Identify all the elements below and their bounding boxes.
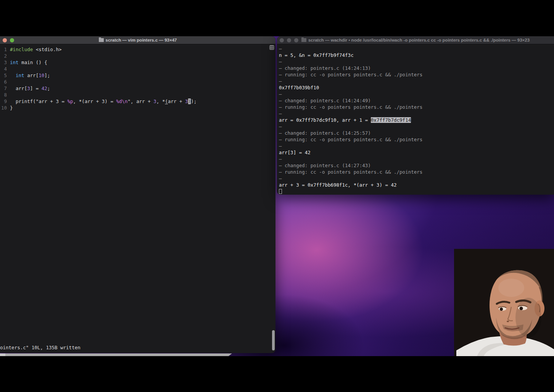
terminal-line: –: [279, 156, 554, 162]
line-number: 1: [0, 46, 10, 53]
code-text: [10, 53, 13, 59]
code-line: 3int main () {: [0, 59, 275, 66]
line-number: 8: [0, 92, 10, 98]
webcam-overlay: [454, 249, 554, 356]
scrollbar-marker-icon: [269, 45, 274, 50]
line-number: 9: [0, 98, 10, 105]
code-text: [10, 66, 13, 72]
terminal-line: – changed: pointers.c (14:25:57): [279, 130, 554, 136]
terminal-line: – running: cc -o pointers pointers.c && …: [279, 71, 554, 78]
watch-terminal-window: scratch — wachdir • node /usr/local/bin/…: [277, 36, 554, 195]
terminal-line: – running: cc -o pointers pointers.c && …: [279, 104, 554, 110]
line-number: 2: [0, 53, 10, 59]
letterbox-top: [0, 0, 554, 36]
selected-text: 0x7ff7b7dc9f14: [371, 117, 411, 123]
vim-window-titlebar[interactable]: scratch — vim pointers.c — 93×47: [0, 36, 275, 44]
line-number: 5: [0, 72, 10, 79]
line-number: 4: [0, 66, 10, 72]
line-number: 3: [0, 59, 10, 66]
vim-status-line: ointers.c" 10L, 135B written: [0, 344, 81, 351]
close-button[interactable]: [3, 38, 7, 42]
vim-editor-area[interactable]: 1#include <stdio.h>2 3int main () {4 5 i…: [0, 44, 275, 111]
line-number: 7: [0, 85, 10, 92]
watch-terminal-titlebar[interactable]: scratch — wachdir • node /usr/local/bin/…: [277, 36, 554, 44]
code-line: 9 printf("arr + 3 = %p, *(arr + 3) = %d\…: [0, 98, 275, 105]
code-line: 6: [0, 79, 275, 85]
code-line: 2: [0, 53, 275, 59]
code-text: [10, 79, 13, 85]
terminal-line: – changed: pointers.c (14:24:49): [279, 97, 554, 104]
code-text: #include <stdio.h>: [10, 46, 61, 53]
terminal-line: n = 5, &n = 0x7ff7b9f74f3c: [279, 52, 554, 58]
traffic-lights-inactive: [280, 36, 298, 44]
terminal-line: –: [279, 45, 554, 52]
terminal-line: –: [279, 175, 554, 182]
terminal-line: –: [279, 143, 554, 149]
terminal-line: arr[3] = 42: [279, 149, 554, 156]
code-text: }: [10, 105, 13, 111]
terminal-line: – changed: pointers.c (14:24:13): [279, 65, 554, 71]
terminal-line: –: [279, 78, 554, 84]
code-line: 10}: [0, 105, 275, 111]
folder-proxy-icon[interactable]: [301, 38, 306, 42]
terminal-line: 0x7ff7b039bf10: [279, 84, 554, 91]
folder-proxy-icon[interactable]: [99, 38, 104, 42]
watch-terminal-title: scratch — wachdir • node /usr/local/bin/…: [308, 38, 530, 42]
minimize-button[interactable]: [287, 38, 291, 42]
terminal-line: arr = 0x7ff7b7dc9f10, arr + 1 = 0x7ff7b7…: [279, 117, 554, 123]
letterbox-bottom: [0, 356, 554, 392]
line-number: 6: [0, 79, 10, 85]
code-line: 1#include <stdio.h>: [0, 46, 275, 53]
terminal-line: –: [279, 110, 554, 117]
code-line: 8: [0, 92, 275, 98]
code-text: printf("arr + 3 = %p, *(arr + 3) = %d\n"…: [10, 98, 196, 105]
scrollbar-thumb[interactable]: [272, 330, 275, 350]
terminal-line: [279, 188, 554, 195]
terminal-line: arr + 3 = 0x7ff7bb698f1c, *(arr + 3) = 4…: [279, 182, 554, 188]
terminal-line: – running: cc -o pointers pointers.c && …: [279, 169, 554, 175]
line-number: 10: [0, 105, 10, 111]
code-text: [10, 92, 13, 98]
terminal-output-area[interactable]: –n = 5, &n = 0x7ff7b9f74f3c–– changed: p…: [277, 44, 554, 195]
code-line: 7 arr[3] = 42;: [0, 85, 275, 92]
code-text: arr[3] = 42;: [10, 85, 50, 92]
vim-window: scratch — vim pointers.c — 93×47 1#inclu…: [0, 36, 275, 353]
terminal-line: – changed: pointers.c (14:27:43): [279, 162, 554, 169]
terminal-line: –: [279, 123, 554, 130]
terminal-hollow-cursor: [279, 189, 282, 194]
code-line: 4: [0, 66, 275, 72]
close-button[interactable]: [280, 38, 284, 42]
traffic-lights: [3, 36, 14, 44]
zoom-button[interactable]: [10, 38, 14, 42]
vim-window-title: scratch — vim pointers.c — 93×47: [106, 38, 177, 42]
zoom-button[interactable]: [294, 38, 298, 42]
terminal-line: –: [279, 91, 554, 97]
code-text: int main () {: [10, 59, 47, 66]
code-line: 5 int arr[10];: [0, 72, 275, 79]
terminal-line: –: [279, 58, 554, 65]
window-bottom-bar: [0, 353, 232, 356]
code-text: int arr[10];: [10, 72, 50, 79]
presenter-face-illustration: [454, 249, 554, 356]
terminal-line: – running: cc -o pointers pointers.c && …: [279, 136, 554, 143]
